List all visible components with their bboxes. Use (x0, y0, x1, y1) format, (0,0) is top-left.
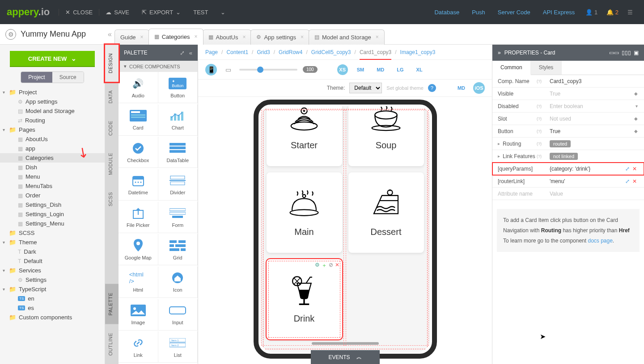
chevron-right-icon[interactable]: » (498, 50, 501, 56)
prop-query-params[interactable]: [queryParams]{category: 'drink'}⤢✕ (492, 163, 644, 175)
save-button[interactable]: ☁SAVE (99, 9, 136, 16)
gear-icon[interactable]: ⚙ (5, 29, 16, 40)
comp-datatable[interactable]: DataTable (158, 137, 198, 168)
layout-icon[interactable]: ▣ (634, 50, 639, 56)
zoom-slider[interactable] (239, 69, 297, 71)
prop-attribute-name[interactable]: Attribute nameValue (492, 188, 644, 200)
card-starter[interactable]: Starter (267, 106, 342, 166)
tree-theme[interactable]: ▾📁Theme (0, 238, 105, 247)
breakpoint-xl[interactable]: XL (413, 65, 426, 74)
events-panel-toggle[interactable]: EVENTS︽ (310, 350, 379, 364)
card-dessert[interactable]: Dessert (348, 172, 424, 253)
tree-app-settings[interactable]: ⚙App settings (0, 97, 105, 106)
expand-icon[interactable]: ⤢ (180, 50, 185, 56)
tree-app[interactable]: ▦app (0, 144, 105, 153)
create-new-button[interactable]: CREATE NEW⌄ (10, 51, 95, 66)
side-tab-scss[interactable]: SCSS (105, 184, 119, 215)
breakpoint-lg[interactable]: LG (393, 65, 407, 74)
device-tablet-icon[interactable]: ▭ (222, 64, 234, 75)
project-source-toggle[interactable]: Project Source (21, 71, 84, 83)
nav-push[interactable]: Push (466, 9, 491, 16)
delete-icon[interactable]: ✕ (632, 178, 637, 184)
test-dropdown[interactable]: ⌄ (214, 9, 232, 16)
platform-md[interactable]: MD (454, 84, 469, 92)
props-tab-common[interactable]: Common (492, 61, 531, 75)
side-tab-data[interactable]: DATA (105, 82, 119, 112)
tree-typescript[interactable]: ▾📁TypeScript (0, 285, 105, 294)
prop-slot[interactable]: Slot(?)Not used◆ (492, 113, 644, 125)
side-tab-outline[interactable]: OUTLINE (105, 324, 119, 364)
breakpoint-xs[interactable]: XS (337, 64, 348, 75)
breadcrumb-item[interactable]: Content1 (226, 49, 248, 55)
docs-link[interactable]: docs page (588, 238, 612, 244)
expand-icon[interactable]: ⤢ (625, 166, 630, 172)
side-tab-module[interactable]: MODULE (105, 144, 119, 184)
menu-icon[interactable]: ☰ (623, 9, 637, 16)
prop-button[interactable]: Button(?)True◆ (492, 125, 644, 138)
toggle-project[interactable]: Project (21, 72, 52, 83)
close-button[interactable]: ✕CLOSE (59, 9, 99, 16)
tree-aboutus[interactable]: ▦AboutUs (0, 134, 105, 144)
tree-custom[interactable]: 📁Custom components (0, 313, 105, 322)
breadcrumb-item-current[interactable]: Card1_copy3 (360, 49, 391, 60)
nav-server-code[interactable]: Server Code (491, 9, 537, 16)
theme-select[interactable]: Default (349, 83, 382, 93)
collapse-icon[interactable]: « (189, 50, 192, 56)
breadcrumb-item[interactable]: GridRow4 (279, 49, 302, 55)
tab-model-storage[interactable]: ▤Model and Storage× (309, 29, 385, 45)
nav-api-express[interactable]: API Express (537, 9, 581, 16)
collapse-left-icon[interactable]: « (105, 30, 114, 38)
palette-section[interactable]: ▾CORE COMPONENTS (119, 61, 198, 72)
test-button[interactable]: TEST (187, 9, 214, 16)
tree-project[interactable]: ▾📁Project (0, 88, 105, 97)
tree-settings-menu[interactable]: ▦Settings_Menu (0, 219, 105, 228)
tab-app-settings[interactable]: ⚙App settings× (250, 29, 309, 45)
close-icon[interactable]: × (376, 34, 379, 40)
toggle-source[interactable]: Source (52, 72, 84, 83)
prop-disabled[interactable]: Disabled(?)Enter boolean▾ (492, 100, 644, 113)
tree-dark[interactable]: TDark (0, 247, 105, 256)
expand-icon[interactable]: ⤢ (625, 178, 630, 184)
comp-form[interactable]: Form (158, 202, 198, 233)
card-soup[interactable]: Soup (348, 106, 424, 166)
prop-routing[interactable]: ▸Routing(?)routed (492, 138, 644, 150)
tree-pages[interactable]: ▾📁Pages (0, 125, 105, 134)
prop-comp-name[interactable]: Comp. Name(?)Card1_copy3 (492, 75, 644, 88)
tree-settings-dish[interactable]: ▦Settings_Dish (0, 200, 105, 209)
layout-icon[interactable]: ▯▯▯ (622, 50, 631, 56)
close-icon[interactable]: ✕ (335, 262, 339, 269)
tree-default[interactable]: TDefault (0, 256, 105, 266)
set-global-theme[interactable]: Set global theme (386, 85, 424, 91)
tree-dish[interactable]: ▦Dish (0, 163, 105, 172)
tab-categories[interactable]: ▦Categories× (148, 29, 203, 45)
card-main[interactable]: Main (267, 172, 342, 253)
prop-visible[interactable]: VisibleTrue◆ (492, 88, 644, 100)
breadcrumb-item[interactable]: Image1_copy3 (400, 49, 436, 55)
close-icon[interactable]: × (195, 33, 198, 40)
prop-link-features[interactable]: ▸Link Features(?)not linked (492, 150, 644, 163)
nav-database[interactable]: Database (428, 9, 466, 16)
tree-model-storage[interactable]: ▤Model and Storage (0, 106, 105, 116)
delete-icon[interactable]: ✕ (632, 166, 637, 172)
side-tab-design[interactable]: DESIGN (105, 45, 119, 82)
comp-googlemap[interactable]: Google Map (119, 234, 158, 265)
tree-settings-login[interactable]: ▦Settings_Login (0, 209, 105, 219)
tab-aboutus[interactable]: ▦AboutUs× (203, 29, 252, 45)
tree-settings[interactable]: ⚙Settings (0, 275, 105, 285)
close-icon[interactable]: × (242, 34, 246, 40)
comp-chart[interactable]: Chart (158, 105, 198, 136)
comp-audio[interactable]: 🔊Audio (119, 72, 158, 103)
gear-icon[interactable]: ⚙ (315, 262, 320, 269)
block-icon[interactable]: ⊘ (329, 262, 333, 269)
comp-button[interactable]: ✦ ButtonButton (158, 72, 198, 103)
comp-input[interactable]: Input (158, 299, 198, 331)
comp-html[interactable]: <html />Html (119, 267, 158, 298)
horizontal-scrollbar[interactable] (312, 342, 379, 345)
comp-filepicker[interactable]: File Picker (119, 202, 158, 233)
tree-order[interactable]: ▦Order (0, 191, 105, 200)
help-icon[interactable]: ? (428, 84, 436, 92)
export-button[interactable]: ⇱EXPORT⌄ (136, 9, 187, 16)
comp-icon[interactable]: Icon (158, 267, 198, 298)
plus-icon[interactable]: ＋ (322, 262, 327, 269)
comp-divider[interactable]: Divider (158, 169, 198, 201)
